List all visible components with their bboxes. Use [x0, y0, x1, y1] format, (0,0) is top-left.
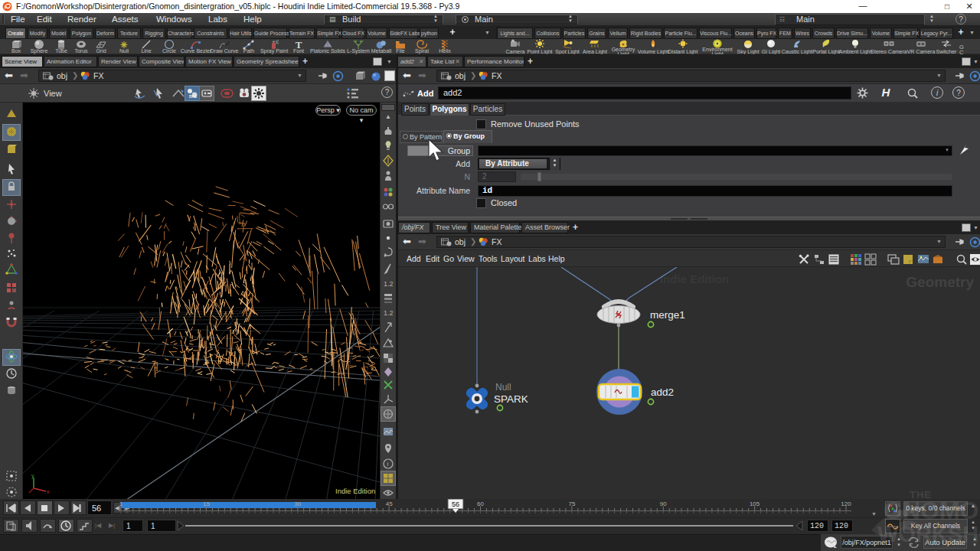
svg-text:Indie Edition: Indie Edition [660, 272, 729, 285]
svg-text:Geometry: Geometry [906, 274, 974, 290]
svg-text:15: 15 [203, 500, 210, 507]
svg-text:y: y [31, 473, 34, 479]
svg-text:45: 45 [386, 500, 393, 507]
svg-text:1.2: 1.2 [384, 309, 394, 317]
svg-text:105: 105 [750, 500, 760, 507]
svg-text:30: 30 [294, 500, 301, 507]
svg-text:Null: Null [495, 382, 511, 393]
svg-text:56: 56 [452, 500, 459, 508]
svg-text:75: 75 [568, 500, 575, 507]
svg-text:60: 60 [477, 500, 484, 507]
svg-text:add2: add2 [651, 386, 674, 398]
svg-text:1: 1 [119, 500, 123, 507]
svg-text:merge1: merge1 [650, 309, 685, 321]
svg-text:120: 120 [841, 500, 851, 507]
svg-text:1.2: 1.2 [384, 280, 394, 288]
svg-text:x: x [47, 489, 50, 494]
svg-text:i: i [387, 461, 389, 468]
svg-text:SPARK: SPARK [494, 393, 528, 405]
svg-text:BKE: BKE [189, 94, 198, 99]
svg-text:90: 90 [660, 500, 667, 507]
